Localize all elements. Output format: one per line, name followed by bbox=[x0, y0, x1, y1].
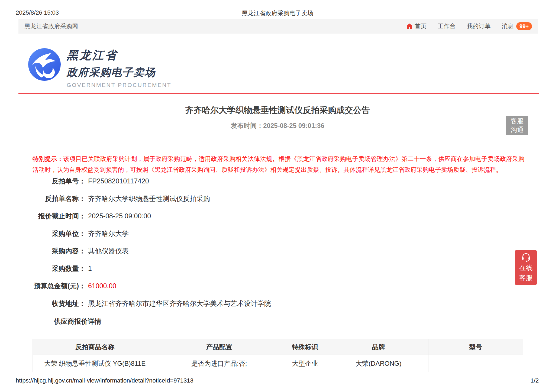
message-count-badge[interactable]: 99+ bbox=[516, 22, 532, 30]
cell-brand: 大荣(DARONG) bbox=[329, 355, 428, 372]
logo-line1: 黑龙江省 bbox=[67, 48, 171, 63]
print-doc-title: 黑龙江省政府采购电子卖场 bbox=[0, 9, 555, 17]
nav-item-messages[interactable]: 消息 99+ bbox=[496, 22, 532, 30]
field-row-budget-total: 预算总金额(元)： 61000.00 bbox=[0, 281, 555, 299]
nav-item-label: 工作台 bbox=[438, 22, 456, 30]
publish-time-label: 发布时间： bbox=[231, 122, 263, 129]
special-notice-label: 特别提示： bbox=[33, 155, 63, 162]
field-label: 预算总金额(元)： bbox=[0, 281, 86, 290]
col-header-special-mark: 特殊标识 bbox=[281, 339, 329, 355]
print-footer-page-indicator: 1/2 bbox=[530, 377, 539, 384]
dragon-swoosh-logo-icon bbox=[27, 47, 62, 82]
field-row-purchaser: 采购单位： 齐齐哈尔大学 bbox=[0, 229, 555, 247]
table-header-row: 反拍商品名称 产品配置 特殊标识 品牌 型号 bbox=[33, 339, 523, 355]
nav-item-workbench[interactable]: 工作台 bbox=[432, 22, 461, 30]
col-header-model: 型号 bbox=[428, 339, 523, 355]
field-label: 收货地址： bbox=[0, 299, 86, 308]
field-value: FP25082010117420 bbox=[88, 177, 149, 185]
home-icon bbox=[406, 23, 413, 30]
nav-item-home[interactable]: 首页 bbox=[401, 22, 432, 30]
logo-text: 黑龙江省 政府采购电子卖场 GOVERNMENT PROCUREMENT bbox=[67, 47, 171, 88]
cell-special-mark: 大型企业 bbox=[281, 355, 329, 372]
nav-item-label: 首页 bbox=[415, 22, 427, 30]
site-name[interactable]: 黑龙江省政府采购网 bbox=[24, 22, 78, 30]
col-header-product-config: 产品配置 bbox=[157, 339, 281, 355]
field-label: 采购数量： bbox=[0, 264, 86, 273]
col-header-product-name: 反拍商品名称 bbox=[33, 339, 157, 355]
special-notice-text: 该项目已关联政府采购计划，属于政府采购范畴，适用政府采购相关法律法规。根据《黑龙… bbox=[33, 155, 524, 173]
nav-right: 首页 工作台 我的订单 消息 99+ bbox=[401, 22, 532, 30]
field-label: 反拍单号： bbox=[0, 177, 86, 186]
headset-icon bbox=[521, 252, 531, 262]
logo-line3: GOVERNMENT PROCUREMENT bbox=[67, 82, 171, 88]
special-notice: 特别提示：该项目已关联政府采购计划，属于政府采购范畴，适用政府采购相关法律法规。… bbox=[33, 154, 524, 175]
field-value: 齐齐哈尔大学 bbox=[88, 229, 129, 238]
supplier-quote-table: 反拍商品名称 产品配置 特殊标识 品牌 型号 大荣 织物悬垂性测试仪 YG(B)… bbox=[33, 339, 523, 372]
logo-line2: 政府采购电子卖场 bbox=[67, 65, 171, 80]
field-label: 采购内容： bbox=[0, 247, 86, 255]
field-row-quantity: 采购数量： 1 bbox=[0, 264, 555, 282]
publish-time-line: 发布时间：2025-08-25 09:01:36 bbox=[0, 121, 555, 130]
notice-fields: 反拍单号： FP25082010117420 反拍单名称： 齐齐哈尔大学织物悬垂… bbox=[0, 177, 555, 316]
nav-item-label: 消息 bbox=[502, 22, 514, 30]
online-service-line1: 在线 bbox=[519, 263, 533, 273]
customer-service-chat-button[interactable]: 客服 沟通 bbox=[506, 116, 528, 135]
cell-model bbox=[428, 355, 523, 372]
field-label: 采购单位： bbox=[0, 229, 86, 238]
online-service-line2: 客服 bbox=[519, 273, 533, 283]
red-divider bbox=[18, 93, 539, 94]
online-service-float-button[interactable]: 在线 客服 bbox=[515, 250, 537, 285]
field-row-purchase-content: 采购内容： 其他仪器仪表 bbox=[0, 247, 555, 264]
field-row-reverse-auction-name: 反拍单名称： 齐齐哈尔大学织物悬垂性测试仪反拍采购 bbox=[0, 194, 555, 212]
field-label: 反拍单名称： bbox=[0, 194, 86, 203]
nav-item-label: 我的订单 bbox=[467, 22, 491, 30]
nav-item-my-orders[interactable]: 我的订单 bbox=[461, 22, 496, 30]
site-logo[interactable]: 黑龙江省 政府采购电子卖场 GOVERNMENT PROCUREMENT bbox=[27, 47, 171, 88]
field-value: 黑龙江省齐齐哈尔市建华区齐齐哈尔大学美术与艺术设计学院 bbox=[88, 299, 271, 308]
service-chat-line2: 沟通 bbox=[511, 125, 524, 134]
col-header-brand: 品牌 bbox=[329, 339, 428, 355]
field-value: 2025-08-25 09:00:00 bbox=[88, 212, 151, 220]
field-value: 齐齐哈尔大学织物悬垂性测试仪反拍采购 bbox=[88, 194, 210, 203]
print-footer-url: https://hljcg.hlj.gov.cn/mall-view/infor… bbox=[16, 377, 193, 384]
field-row-delivery-address: 收货地址： 黑龙江省齐齐哈尔市建华区齐齐哈尔大学美术与艺术设计学院 bbox=[0, 299, 555, 317]
field-value: 1 bbox=[88, 265, 92, 273]
service-chat-line1: 客服 bbox=[511, 117, 524, 125]
budget-total-value: 61000.00 bbox=[88, 282, 116, 290]
cell-product-name: 大荣 织物悬垂性测试仪 YG(B)811E bbox=[33, 355, 157, 372]
field-value: 其他仪器仪表 bbox=[88, 247, 129, 255]
top-navbar: 黑龙江省政府采购网 首页 工作台 我的订单 消息 99+ bbox=[18, 19, 538, 34]
supplier-quote-section-heading: 供应商报价详情 bbox=[54, 317, 101, 326]
field-row-reverse-auction-no: 反拍单号： FP25082010117420 bbox=[0, 177, 555, 194]
table-row: 大荣 织物悬垂性测试仪 YG(B)811E 是否为进口产品:否; 大型企业 大荣… bbox=[33, 355, 523, 372]
field-label: 报价截止时间： bbox=[0, 212, 86, 221]
publish-time-value: 2025-08-25 09:01:36 bbox=[263, 122, 324, 129]
page-title: 齐齐哈尔大学织物悬垂性测试仪反拍采购成交公告 bbox=[0, 105, 555, 116]
cell-product-config: 是否为进口产品:否; bbox=[157, 355, 281, 372]
field-row-quote-deadline: 报价截止时间： 2025-08-25 09:00:00 bbox=[0, 212, 555, 229]
